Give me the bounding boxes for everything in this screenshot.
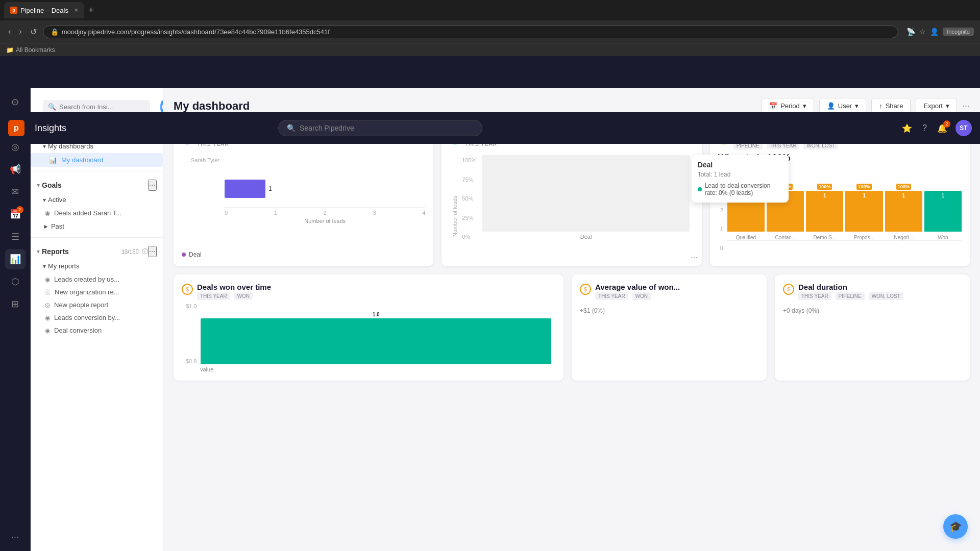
- active-chevron: ▾: [43, 196, 46, 204]
- tooltip-item-label: Lead-to-deal conversion rate: 0% (0 lead…: [705, 182, 782, 196]
- help-icon[interactable]: ?: [920, 121, 929, 135]
- notifications-icon[interactable]: 🔔 2: [935, 121, 949, 135]
- my-dashboard-label: My dashboard: [61, 156, 103, 164]
- cards-grid: ◉ Leads created by users THIS YEAR Sarah…: [174, 124, 970, 266]
- period-icon: 📅: [769, 102, 777, 110]
- leads-created-chart: Sarah Tyler 1 0 1 2 3 4: [182, 155, 425, 247]
- stage-pct-negotiation: 100%: [896, 184, 911, 190]
- sidebar-item-my-dashboard[interactable]: 📊 My dashboard: [31, 153, 163, 167]
- won-y-axis: $1.0 $0.8: [186, 303, 199, 364]
- main-content: My dashboard 📅 Period ▾ 👤 User ▾ ↑ Share: [163, 88, 980, 551]
- period-chevron: ▾: [803, 102, 806, 110]
- stage-name-negotiation: Negoti...: [894, 235, 913, 240]
- period-label: Period: [780, 102, 800, 110]
- user-icon: 👤: [827, 102, 835, 110]
- share-button[interactable]: ↑ Share: [871, 98, 911, 114]
- section-divider-2: [31, 237, 163, 238]
- browser-chrome: p Pipeline – Deals × + ‹ › ↺ 🔒 moodjoy.p…: [0, 0, 980, 56]
- panel-search-input[interactable]: [59, 103, 145, 111]
- leads-created-card: ◉ Leads created by users THIS YEAR Sarah…: [174, 124, 433, 266]
- search-placeholder: Search Pipedrive: [300, 124, 354, 132]
- won-bar-visual: [201, 318, 551, 364]
- sidebar-item-leads-conv[interactable]: ◉ Leads conversion by...: [31, 311, 163, 324]
- sidebar-icon-mail[interactable]: ✉: [5, 182, 26, 202]
- back-button[interactable]: ‹: [6, 25, 13, 38]
- incognito-badge: Incognito: [943, 28, 974, 36]
- avg-value-stat: +$1 (0%): [580, 303, 758, 318]
- goals-menu-button[interactable]: ···: [148, 180, 157, 191]
- bookmark-icon[interactable]: ☆: [919, 28, 926, 36]
- stage-name-won: Won: [938, 235, 948, 240]
- deals-won-tags: THIS YEAR WON: [197, 292, 271, 300]
- sidebar-icon-calendar[interactable]: 📅 2: [5, 204, 26, 224]
- sidebar-icon-activities[interactable]: 📢: [5, 159, 26, 180]
- bookmarks-bar: 📁 All Bookmarks: [0, 43, 980, 56]
- bookmark-action-icon[interactable]: ⭐: [900, 121, 914, 135]
- sidebar-icon-insights[interactable]: 📊: [5, 249, 26, 269]
- won-bar-jan: 1.0: [201, 312, 551, 364]
- stage-demo: 100% 1 Demo S...: [806, 184, 843, 240]
- sidebar-item-new-people[interactable]: ◎ New people report: [31, 298, 163, 311]
- user-button[interactable]: 👤 User ▾: [819, 98, 866, 114]
- reports-menu-button[interactable]: ···: [148, 246, 157, 257]
- leads-conv-icon: ◉: [45, 314, 50, 321]
- y-axis-label: Number of leads: [450, 155, 460, 237]
- cast-icon[interactable]: 📡: [906, 28, 915, 36]
- sidebar-icon-home[interactable]: ⊙: [5, 92, 26, 112]
- chart-area: 1 0 1 2 3 4 Number of leads: [225, 155, 425, 247]
- sidebar-icon-grid[interactable]: ⊞: [5, 294, 26, 314]
- sidebar-icon-list[interactable]: ☰: [5, 227, 26, 247]
- deal-duration-icon: $: [783, 284, 794, 295]
- dashboard-title: My dashboard: [174, 99, 762, 113]
- leads-conv-chart: Number of leads 100% 75% 50% 25% 0%: [450, 155, 693, 247]
- deals-won-icon: $: [182, 284, 193, 295]
- user-avatar[interactable]: ST: [955, 120, 972, 136]
- tab-label: Pipeline – Deals: [20, 7, 68, 14]
- sidebar-item-my-reports[interactable]: ▾ My reports: [31, 259, 163, 273]
- top-nav: p Insights 🔍 Search Pipedrive ⭐ ? 🔔 2 ST: [0, 112, 980, 144]
- conv-card-more[interactable]: ···: [691, 253, 697, 262]
- reports-section-header[interactable]: ▾ Reports 13/150 ⓘ ···: [31, 242, 163, 259]
- x-axis-label: Number of leads: [225, 218, 425, 224]
- period-button[interactable]: 📅 Period ▾: [762, 98, 814, 114]
- sidebar-item-new-org[interactable]: ☰ New organization re...: [31, 286, 163, 298]
- more-options-button[interactable]: ···: [962, 101, 970, 111]
- share-icon: ↑: [879, 102, 883, 110]
- sidebar-item-leads-created[interactable]: ◉ Leads created by us...: [31, 273, 163, 286]
- logo-text: p: [14, 123, 19, 133]
- forward-button[interactable]: ›: [17, 25, 23, 38]
- past-label: Past: [51, 222, 64, 230]
- sidebar-item-deal-conv[interactable]: ◉ Deal conversion: [31, 324, 163, 337]
- sidebar-icon-more[interactable]: ···: [5, 527, 26, 547]
- new-org-icon: ☰: [45, 289, 51, 296]
- deal-conv-icon: ◉: [45, 327, 50, 334]
- export-chevron: ▾: [946, 102, 949, 110]
- goals-section-header[interactable]: ▾ Goals ···: [31, 176, 163, 193]
- panel-search[interactable]: 🔍: [43, 100, 150, 114]
- stage-pct-proposal: 100%: [856, 184, 871, 190]
- profile-icon[interactable]: 👤: [930, 28, 939, 36]
- active-tab[interactable]: p Pipeline – Deals ×: [4, 2, 84, 18]
- sidebar-item-past-goals[interactable]: ► Past: [31, 219, 163, 233]
- global-search[interactable]: 🔍 Search Pipedrive: [278, 120, 482, 136]
- reports-info-icon[interactable]: ⓘ: [142, 247, 148, 256]
- avg-value-header: $ Average value of won... THIS YEAR WON: [580, 283, 758, 300]
- new-org-label: New organization re...: [55, 288, 119, 296]
- reload-button[interactable]: ↺: [28, 25, 39, 39]
- leads-bar: [225, 180, 265, 198]
- browser-tabs: p Pipeline – Deals × +: [0, 0, 980, 20]
- address-bar[interactable]: 🔒 moodjoy.pipedrive.com/progress/insight…: [43, 26, 899, 38]
- export-button[interactable]: Export ▾: [916, 98, 957, 114]
- sidebar-icon-cube[interactable]: ⬡: [5, 271, 26, 292]
- goals-chevron: ▾: [37, 182, 40, 189]
- legend-dot: [182, 253, 186, 257]
- sidebar-item-deals-added[interactable]: ◉ Deals added Sarah T...: [31, 207, 163, 219]
- pipedrive-logo[interactable]: p: [8, 120, 24, 136]
- sidebar-item-active-goals[interactable]: ▾ Active: [31, 193, 163, 207]
- tooltip-dot: [698, 187, 702, 191]
- avg-value-bottom-stat: +$1 (0%): [580, 307, 605, 314]
- new-tab-button[interactable]: +: [88, 5, 94, 16]
- tab-close[interactable]: ×: [75, 7, 78, 14]
- stage-negotiation: 100% 1 Negoti...: [885, 184, 922, 240]
- chat-help-button[interactable]: 🎓: [943, 514, 968, 539]
